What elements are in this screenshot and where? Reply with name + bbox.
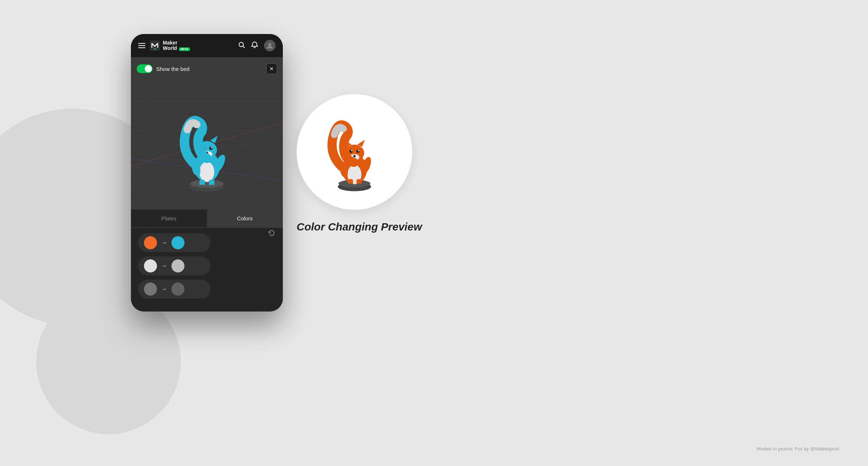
color-row-3: → xyxy=(138,280,210,298)
user-avatar[interactable] xyxy=(264,40,276,51)
svg-rect-1 xyxy=(154,48,156,50)
phone-frame: Maker World BETA xyxy=(131,34,283,312)
tab-plates[interactable]: Plates xyxy=(131,209,207,227)
colors-section: → → → xyxy=(131,228,283,304)
header-left: Maker World BETA xyxy=(138,40,190,51)
svg-point-21 xyxy=(211,147,212,148)
preview-circle xyxy=(297,94,412,210)
colors-section-wrapper: → → → xyxy=(131,228,283,304)
color-to-darkgray2[interactable] xyxy=(171,283,184,296)
refresh-icon[interactable] xyxy=(268,229,276,239)
3d-viewport: Show the bed ✕ xyxy=(131,58,283,209)
arrow-right-icon-3: → xyxy=(161,286,167,292)
color-row-1: → xyxy=(138,233,210,252)
svg-point-47 xyxy=(356,183,362,186)
svg-point-37 xyxy=(353,155,356,157)
bottom-panel: Plates Colors → xyxy=(131,209,283,312)
tabs-row: Plates Colors xyxy=(131,209,283,228)
logo-maker: Maker xyxy=(163,40,190,46)
bed-toggle-left: Show the bed xyxy=(137,64,190,73)
svg-point-19 xyxy=(209,147,213,150)
svg-point-46 xyxy=(348,183,354,186)
logo-world: World xyxy=(163,46,177,51)
svg-point-26 xyxy=(199,185,206,188)
orange-fox-svg xyxy=(322,109,387,195)
color-from-orange[interactable] xyxy=(144,236,157,249)
logo: Maker World BETA xyxy=(149,40,190,51)
svg-point-11 xyxy=(199,162,214,182)
search-icon[interactable] xyxy=(238,41,245,50)
right-side-content: Color Changing Preview xyxy=(297,94,422,233)
makerworld-logo-icon xyxy=(149,40,161,51)
arrow-right-icon-1: → xyxy=(161,240,167,246)
logo-text: Maker World BETA xyxy=(163,40,190,51)
hamburger-menu-icon[interactable] xyxy=(138,43,145,48)
bed-toggle-bar: Show the bed ✕ xyxy=(137,63,277,74)
svg-line-3 xyxy=(243,46,245,48)
close-viewport-button[interactable]: ✕ xyxy=(266,63,277,74)
tab-colors[interactable]: Colors xyxy=(207,209,283,227)
teal-fox-svg xyxy=(171,96,243,197)
color-row-2: → xyxy=(138,257,210,275)
svg-point-41 xyxy=(358,150,359,151)
svg-point-40 xyxy=(351,150,352,151)
app-header: Maker World BETA xyxy=(131,34,283,58)
beta-badge: BETA xyxy=(179,47,190,51)
color-from-darkgray[interactable] xyxy=(144,283,157,296)
preview-title: Color Changing Preview xyxy=(297,221,422,233)
notification-bell-icon[interactable] xyxy=(251,41,258,50)
header-right xyxy=(238,40,276,51)
color-from-lightgray[interactable] xyxy=(144,259,157,272)
svg-point-4 xyxy=(268,43,271,46)
show-bed-label: Show the bed xyxy=(156,66,190,72)
color-to-gray[interactable] xyxy=(171,259,184,272)
attribution-text: Models in picture: Fox by @Waikikiprod xyxy=(757,446,839,452)
svg-point-27 xyxy=(208,185,215,188)
color-to-teal[interactable] xyxy=(171,236,184,249)
close-icon: ✕ xyxy=(269,66,274,72)
teal-fox-3d xyxy=(171,96,243,199)
arrow-right-icon-2: → xyxy=(161,263,167,269)
show-bed-toggle[interactable] xyxy=(137,64,153,73)
